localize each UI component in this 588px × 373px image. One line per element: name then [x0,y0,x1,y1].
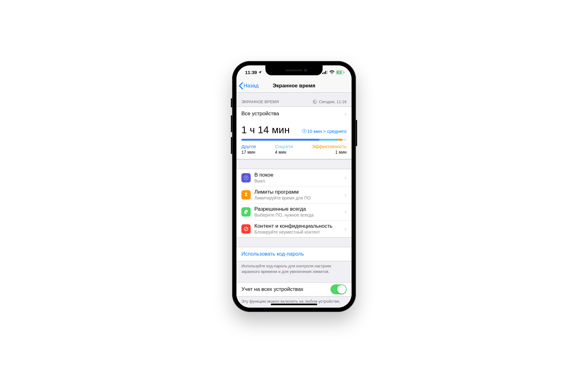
share-across-devices-row: Учет на всех устройствах [236,283,352,296]
total-time: 1 ч 14 мин [241,124,290,136]
chevron-left-icon [238,82,244,90]
share-group: Учет на всех устройствах [236,282,352,296]
option-app-limits[interactable]: Лимиты программ Лимитируйте время для ПО… [236,186,352,203]
nav-bar: Назад Экранное время [236,79,352,93]
usage-bar-segment-social [319,139,338,141]
chevron-right-icon: › [344,191,347,198]
share-footer: Эту функцию можно включить на любом устр… [236,296,352,304]
svg-rect-1 [324,72,325,74]
iphone-frame: 11:39 Назад Экранное время ЭКРАННОЕ ВРЕМ… [232,61,356,312]
front-camera [304,69,307,72]
wifi-icon [329,70,335,74]
back-button[interactable]: Назад [236,82,259,90]
option-content-privacy[interactable]: Контент и конфиденциальность Блокируйте … [236,220,352,237]
passcode-group: Использовать код-пароль [236,247,352,261]
svg-line-10 [245,227,248,230]
chevron-right-icon: › [344,110,347,117]
svg-rect-3 [327,70,328,74]
category-row: Другое 17 мин Соцсети 4 мин Эффективност… [241,144,347,155]
volume-up-button [231,115,232,132]
all-devices-label: Все устройства [241,111,344,117]
share-toggle[interactable] [331,284,347,294]
avg-comparison: 10 мин > среднего [302,129,347,134]
home-indicator[interactable] [271,304,317,305]
all-devices-row[interactable]: Все устройства › [236,107,352,121]
options-group: В покое Выкл. › Лимиты программ Лимитиру… [236,169,352,238]
notch [266,65,323,75]
usage-group: Все устройства › 1 ч 14 мин 10 мин > сре… [236,107,352,160]
battery-charging-icon [336,70,345,74]
category-time: 17 мин [241,150,256,155]
share-label: Учет на всех устройствах [241,286,331,292]
speaker-grill [286,69,303,71]
chevron-right-icon: › [344,225,347,232]
arrow-up-circle-icon [302,129,306,133]
svg-rect-2 [325,71,326,74]
content-scroll[interactable]: ЭКРАННОЕ ВРЕМЯ [236,93,352,308]
option-title: Лимиты программ [254,189,344,195]
option-subtitle: Блокируйте неуместный контент [254,230,344,235]
option-title: Контент и конфиденциальность [254,223,344,229]
section-header-screentime: ЭКРАННОЕ ВРЕМЯ [236,93,352,107]
svg-rect-6 [344,72,344,73]
svg-rect-0 [322,73,323,74]
usage-bar-segment-other [241,139,319,141]
passcode-footer: Используйте код-пароль для контроля наст… [236,261,352,274]
category-productivity: Эффективность 1 мин [312,144,347,155]
screen: 11:39 Назад Экранное время ЭКРАННОЕ ВРЕМ… [236,65,352,308]
section-header-label: ЭКРАННОЕ ВРЕМЯ [241,99,279,104]
hourglass-icon [241,190,251,200]
cellular-signal-icon [322,70,328,74]
location-arrow-icon [258,70,262,74]
option-downtime[interactable]: В покое Выкл. › [236,169,352,186]
category-name: Другое [241,144,256,149]
status-time: 11:39 [245,70,257,75]
usage-bar [241,139,347,141]
option-subtitle: Выкл. [254,178,344,183]
refresh-time: Сегодня, 11:16 [319,99,347,104]
chevron-right-icon: › [344,208,347,215]
category-name: Эффективность [312,144,347,149]
category-other: Другое 17 мин [241,144,256,155]
silence-switch [231,98,232,108]
option-subtitle: Выберите ПО, нужное всегда [254,213,344,217]
category-name: Соцсети [275,144,293,149]
category-social: Соцсети 4 мин [275,144,293,155]
back-label: Назад [244,83,259,89]
no-sign-icon [241,224,251,234]
checkmark-seal-icon [241,207,251,217]
usage-summary[interactable]: 1 ч 14 мин 10 мин > среднего Другое [236,121,352,159]
downtime-icon [241,173,251,182]
option-always-allowed[interactable]: Разрешенные всегда Выберите ПО, нужное в… [236,203,352,220]
category-time: 4 мин [275,150,293,155]
volume-down-button [231,137,232,154]
loading-spinner-icon [312,99,317,104]
use-passcode-button[interactable]: Использовать код-пароль [236,247,352,261]
option-subtitle: Лимитируйте время для ПО [254,195,344,200]
category-time: 1 мин [335,150,347,155]
option-title: Разрешенные всегда [254,206,344,212]
option-title: В покое [254,172,344,178]
use-passcode-label: Использовать код-пароль [241,251,304,257]
power-button [356,120,357,146]
usage-bar-segment-productivity [338,139,343,141]
chevron-right-icon: › [344,174,347,181]
